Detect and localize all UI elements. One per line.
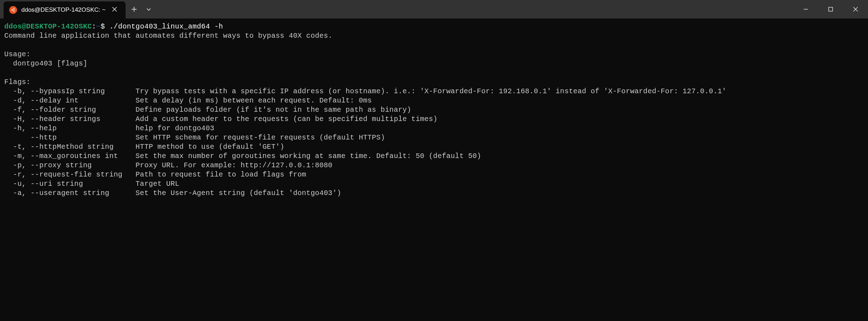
tab-dropdown-button[interactable] bbox=[143, 0, 155, 19]
flag-line: -a, --useragent string Set the User-Agen… bbox=[4, 189, 341, 197]
prompt-symbol: $ bbox=[101, 22, 110, 31]
minimize-button[interactable] bbox=[793, 0, 818, 19]
new-tab-button[interactable] bbox=[126, 0, 143, 19]
output-description: Command line application that automates … bbox=[4, 32, 333, 40]
flag-line: -h, --help help for dontgo403 bbox=[4, 124, 215, 132]
prompt-separator: : bbox=[92, 22, 96, 31]
terminal-tab[interactable]: ddos@DESKTOP-142OSKC: ~ bbox=[4, 1, 126, 19]
terminal-content[interactable]: ddos@DESKTOP-142OSKC:~$ ./dontgo403_linu… bbox=[0, 19, 868, 201]
svg-rect-8 bbox=[829, 7, 833, 11]
svg-point-0 bbox=[11, 10, 12, 11]
tab-title: ddos@DESKTOP-142OSKC: ~ bbox=[21, 6, 106, 14]
command-input: ./dontgo403_linux_amd64 -h bbox=[109, 22, 223, 31]
flag-line: -b, --bypassIp string Try bypass tests w… bbox=[4, 87, 726, 95]
title-bar: ddos@DESKTOP-142OSKC: ~ bbox=[0, 0, 868, 19]
flag-line: -f, --folder string Define payloads fold… bbox=[4, 106, 411, 114]
flag-line: -d, --delay int Set a delay (in ms) betw… bbox=[4, 96, 372, 105]
usage-line: dontgo403 [flags] bbox=[4, 59, 88, 68]
flag-line: -H, --header strings Add a custom header… bbox=[4, 115, 438, 123]
window-controls bbox=[793, 0, 868, 19]
flag-line: -t, --httpMethod string HTTP method to u… bbox=[4, 143, 284, 151]
maximize-button[interactable] bbox=[818, 0, 843, 19]
ubuntu-icon bbox=[9, 6, 17, 14]
usage-label: Usage: bbox=[4, 50, 31, 58]
flag-line: -m, --max_goroutines int Set the max num… bbox=[4, 152, 481, 160]
prompt-user: ddos@DESKTOP-142OSKC bbox=[4, 22, 92, 31]
flag-line: -u, --uri string Target URL bbox=[4, 180, 179, 188]
flags-label: Flags: bbox=[4, 78, 31, 86]
close-button[interactable] bbox=[843, 0, 868, 19]
flag-line: -r, --request-file string Path to reques… bbox=[4, 170, 306, 179]
prompt-path: ~ bbox=[96, 22, 100, 31]
flag-line: -p, --proxy string Proxy URL. For exampl… bbox=[4, 161, 333, 169]
svg-point-1 bbox=[14, 8, 15, 9]
flag-line: --http Set HTTP schema for request-file … bbox=[4, 133, 385, 142]
tab-close-button[interactable] bbox=[109, 5, 120, 15]
svg-point-2 bbox=[14, 11, 15, 12]
